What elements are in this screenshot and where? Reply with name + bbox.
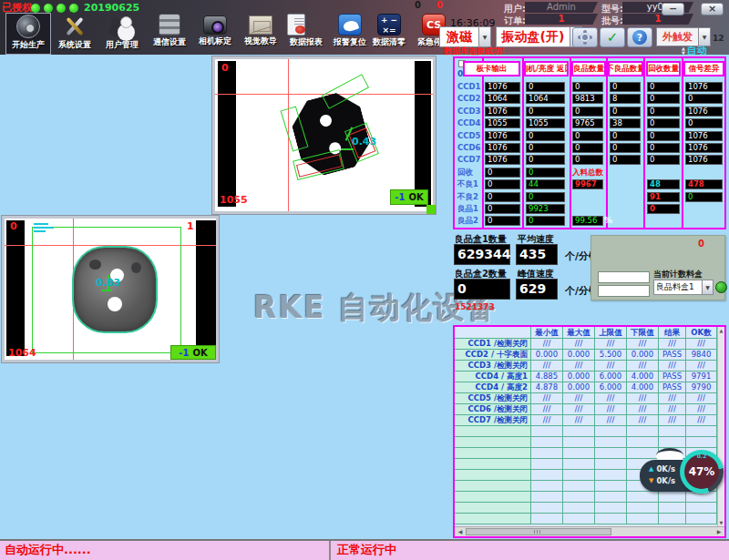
results-cell: /// bbox=[595, 393, 627, 404]
toolbar-button-camera-calibration[interactable]: 相机标定 bbox=[192, 13, 238, 55]
stats-row-label: CCD5 bbox=[457, 131, 480, 140]
overlay-ticks bbox=[34, 230, 46, 232]
stats-value-board: 0 bbox=[485, 192, 520, 202]
results-name-cell bbox=[455, 514, 531, 524]
box1-count-value: 629344 bbox=[454, 244, 510, 265]
download-speed: 0K/s bbox=[656, 476, 675, 485]
results-cell: /// bbox=[563, 404, 595, 415]
toolbar-button-data-clear[interactable]: 数据清零 bbox=[366, 13, 412, 55]
scroll-right-icon[interactable]: ▶ bbox=[714, 527, 724, 536]
spin-down-icon[interactable]: ▼ bbox=[682, 51, 685, 56]
scroll-up-icon[interactable]: ▲ bbox=[718, 328, 724, 333]
result-badge: -1 OK bbox=[170, 345, 216, 360]
stats-value-board: 0 bbox=[485, 179, 520, 189]
stats-value-recycle: 0 bbox=[647, 82, 680, 92]
help-button[interactable]: ? bbox=[627, 27, 652, 47]
toolbar-button-system-settings[interactable]: 系统设置 bbox=[52, 13, 98, 55]
results-cell: 4.885 bbox=[531, 372, 563, 382]
toolbar-button-user-management[interactable]: 用户管理 bbox=[99, 13, 145, 55]
stats-value-signal: 1076 bbox=[685, 82, 723, 92]
column-separator bbox=[570, 58, 571, 228]
results-cell bbox=[531, 503, 563, 514]
toolbar-button-vision-teach[interactable]: 视觉教导 bbox=[238, 13, 283, 55]
camera-index: 0 bbox=[221, 62, 229, 74]
tray-select-value[interactable]: 良品料盒1 bbox=[653, 280, 703, 295]
spinner-arrows[interactable]: ▲ ▼ bbox=[682, 46, 685, 56]
stats-value-camera: 0 bbox=[526, 155, 565, 165]
stats-value-camera: 0 bbox=[526, 168, 565, 178]
chevron-down-icon[interactable]: ▼ bbox=[703, 280, 714, 295]
vibration-plate-value[interactable]: 振动盘(开) bbox=[496, 26, 570, 47]
measure-arrow bbox=[101, 290, 112, 291]
close-button[interactable]: × bbox=[701, 3, 724, 15]
results-cell: /// bbox=[686, 404, 717, 415]
tray-input-2[interactable] bbox=[598, 285, 650, 297]
camera-index: 0 bbox=[10, 220, 17, 232]
results-cell: PASS bbox=[659, 350, 686, 361]
horizontal-scrollbar[interactable]: ◀ ▶ bbox=[455, 526, 724, 536]
stats-value-recycle: 48 bbox=[647, 179, 680, 189]
vertical-scrollbar[interactable]: ▲ ▼ bbox=[717, 327, 724, 526]
results-cell: OK数 bbox=[686, 327, 717, 339]
tray-counter-panel: 0 当前计数料盒 良品料盒1 ▼ bbox=[590, 235, 725, 300]
chevron-down-icon[interactable]: ▼ bbox=[479, 26, 491, 47]
stats-row-label: 不良2 bbox=[457, 192, 478, 203]
stats-header-recycle: 回收数量 bbox=[646, 61, 681, 76]
upload-speed: 0K/s bbox=[656, 464, 675, 473]
result-badge: -1 OK bbox=[390, 189, 428, 205]
stats-value-camera: 0 bbox=[526, 143, 565, 153]
results-cell bbox=[563, 426, 595, 437]
results-cell: 0.000 bbox=[531, 350, 563, 361]
result-value: -1 bbox=[179, 348, 189, 358]
results-name-cell bbox=[455, 459, 531, 470]
confirm-button[interactable]: ✓ bbox=[600, 27, 625, 47]
statusbar: 自动运行中...... 正常运行中 bbox=[0, 539, 729, 560]
status-left: 自动运行中...... bbox=[0, 541, 331, 560]
stats-value-signal: 0 bbox=[685, 118, 723, 128]
stats-value-board: 1076 bbox=[485, 82, 520, 92]
minimize-button[interactable]: − bbox=[662, 3, 684, 15]
tray-input-1[interactable] bbox=[598, 271, 650, 283]
net-speed-widget[interactable]: ▲ 0K/s ▼ 0K/s 47% 0.2 bbox=[640, 448, 724, 495]
toolbar-button-production[interactable]: 开始生产 bbox=[5, 13, 51, 55]
results-cell: /// bbox=[531, 339, 563, 350]
toolbar-button-communication[interactable]: 通信设置 bbox=[147, 13, 192, 55]
results-cell bbox=[595, 437, 627, 448]
stats-value-board: 1076 bbox=[485, 131, 520, 141]
communication-icon bbox=[159, 14, 180, 36]
toolbar-button-label: 系统设置 bbox=[52, 39, 98, 51]
toolbar-button-data-report[interactable]: 数据报表 bbox=[283, 13, 329, 55]
batch-field: 1 bbox=[622, 14, 693, 25]
results-cell: PASS bbox=[659, 372, 686, 382]
status-dot bbox=[69, 4, 78, 13]
results-name-cell bbox=[455, 426, 531, 437]
results-cell: /// bbox=[627, 361, 659, 372]
demagnetize-value[interactable]: 激磁 bbox=[439, 26, 479, 47]
settings-button[interactable] bbox=[572, 27, 598, 47]
results-cell bbox=[531, 492, 563, 503]
demagnetize-dropdown[interactable]: 激磁 ▼ bbox=[439, 26, 491, 47]
results-cell: /// bbox=[686, 393, 717, 404]
toolbar-button-label: 相机标定 bbox=[192, 36, 238, 47]
tray-select-dropdown[interactable]: 良品料盒1 ▼ bbox=[653, 280, 714, 295]
results-cell: /// bbox=[595, 415, 627, 426]
stats-row-label: CCD1 bbox=[457, 82, 480, 91]
stats-value-good: 0 bbox=[572, 155, 603, 165]
vision-teach-icon bbox=[249, 15, 272, 35]
camera-black-bar bbox=[196, 220, 216, 356]
results-cell bbox=[595, 426, 627, 437]
results-cell: /// bbox=[627, 393, 659, 404]
stats-value-signal: 1076 bbox=[685, 131, 723, 141]
stats-row-label: 不良1 bbox=[457, 179, 478, 190]
toolbar-button-label: 视觉教导 bbox=[238, 36, 283, 47]
stats-value-board: 1076 bbox=[485, 143, 520, 153]
scroll-left-icon[interactable]: ◀ bbox=[456, 527, 465, 536]
vibration-plate-dropdown[interactable]: 振动盘(开) ▼ bbox=[496, 26, 582, 47]
batch-label: 批号: bbox=[601, 15, 623, 27]
auto-mode-control: ▲ ▼ 自动 bbox=[682, 44, 707, 57]
toolbar-button-label: 开始生产 bbox=[6, 39, 50, 51]
stats-value-good: 0 bbox=[572, 131, 603, 141]
scroll-down-icon[interactable]: ▼ bbox=[718, 520, 724, 525]
scrollbar-thumb[interactable] bbox=[466, 528, 611, 535]
toolbar-button-label: 通信设置 bbox=[147, 36, 192, 48]
